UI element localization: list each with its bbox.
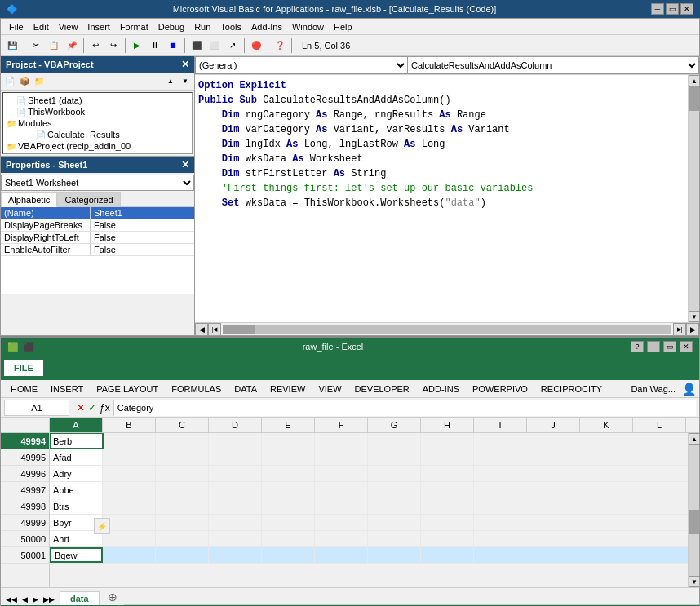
- row-num-50001[interactable]: 50001: [1, 547, 49, 564]
- tab-categorized[interactable]: Categorized: [57, 192, 120, 206]
- cell-g-50001[interactable]: [368, 547, 421, 563]
- row-num-49995[interactable]: 49995: [1, 449, 49, 466]
- quick-analysis-btn[interactable]: ⚡: [94, 518, 110, 534]
- tab-alphabetic[interactable]: Alphabetic: [1, 192, 57, 207]
- tree-calculate-results[interactable]: 📄 Calculate_Results: [34, 129, 190, 140]
- props-row-name[interactable]: (Name) Sheet1: [1, 207, 194, 219]
- props-row-enableautofilter[interactable]: EnableAutoFilter False: [1, 244, 194, 256]
- cell-c-49995[interactable]: [156, 449, 209, 465]
- cell-f-49998[interactable]: [315, 498, 368, 514]
- props-row-displayrighttoleft[interactable]: DisplayRightToLeft False: [1, 232, 194, 244]
- excel-vscrollbar[interactable]: ▲ ▼: [688, 433, 699, 587]
- cell-c-50000[interactable]: [156, 531, 209, 546]
- col-header-H[interactable]: H: [421, 418, 474, 432]
- tb-stepout-btn[interactable]: ↗: [224, 38, 241, 54]
- menu-insert[interactable]: Insert: [82, 21, 115, 33]
- cell-a-49994[interactable]: Berb: [50, 433, 103, 449]
- cell-e-49999[interactable]: [262, 515, 315, 530]
- cell-d-50001[interactable]: [209, 547, 262, 563]
- tb-cut-btn[interactable]: ✂: [28, 38, 44, 54]
- ribbon-tab-data[interactable]: DATA: [228, 383, 264, 396]
- cell-e-49995[interactable]: [262, 449, 315, 465]
- cell-b-49997[interactable]: [103, 482, 156, 498]
- cell-b-50001[interactable]: [103, 547, 156, 563]
- col-header-E[interactable]: E: [262, 418, 315, 432]
- tb-save-btn[interactable]: 💾: [4, 38, 20, 54]
- cell-b-50000[interactable]: [103, 531, 156, 546]
- project-view-object[interactable]: 📦: [17, 75, 32, 88]
- cell-e-50001[interactable]: [262, 547, 315, 563]
- cell-d-49994[interactable]: [209, 433, 262, 449]
- ribbon-tab-powerpivot[interactable]: POWERPIVO: [466, 383, 534, 396]
- cell-g-49999[interactable]: [368, 515, 421, 530]
- cell-g-50000[interactable]: [368, 531, 421, 546]
- cell-g-49995[interactable]: [368, 449, 421, 465]
- tree-modules[interactable]: 📁 Modules: [5, 117, 190, 129]
- ribbon-tab-formulas[interactable]: FORMULAS: [165, 383, 228, 396]
- tb-help-btn[interactable]: ❓: [272, 38, 288, 54]
- cell-e-49997[interactable]: [262, 482, 315, 498]
- cell-h-49996[interactable]: [421, 466, 474, 481]
- sheet-tab-left-btn[interactable]: ◀: [20, 594, 29, 605]
- vba-minimize-btn[interactable]: ─: [651, 3, 664, 15]
- ribbon-tab-insert[interactable]: INSERT: [44, 383, 90, 396]
- project-toggle-folders[interactable]: 📁: [32, 75, 47, 88]
- tree-vbaproject[interactable]: 📁 VBAProject (recip_addin_00: [5, 140, 190, 152]
- cell-b-49996[interactable]: [103, 466, 156, 481]
- properties-panel-close[interactable]: ✕: [181, 159, 189, 170]
- cell-h-49995[interactable]: [421, 449, 474, 465]
- excel-help-btn[interactable]: ?: [631, 341, 644, 352]
- cell-h-49998[interactable]: [421, 498, 474, 514]
- row-num-49997[interactable]: 49997: [1, 482, 49, 498]
- row-num-49994[interactable]: 49994: [1, 433, 49, 449]
- code-hscroll-left-btn[interactable]: ◀: [195, 323, 208, 336]
- tb-run-btn[interactable]: ▶: [129, 38, 145, 54]
- excel-close-btn[interactable]: ✕: [680, 341, 693, 352]
- cell-b-49995[interactable]: [103, 449, 156, 465]
- cell-c-49999[interactable]: [156, 515, 209, 530]
- cell-e-49998[interactable]: [262, 498, 315, 514]
- tb-copy-btn[interactable]: 📋: [46, 38, 62, 54]
- ribbon-tab-view[interactable]: VIEW: [312, 383, 348, 396]
- code-context-dropdown[interactable]: (General): [195, 56, 407, 74]
- excel-name-box[interactable]: [4, 400, 69, 416]
- excel-scroll-track[interactable]: [689, 445, 699, 576]
- code-scroll-up-btn[interactable]: ▲: [689, 75, 699, 86]
- code-vscrollbar[interactable]: ▲ ▼: [688, 75, 699, 322]
- code-scroll-down-btn[interactable]: ▼: [689, 311, 699, 322]
- menu-edit[interactable]: Edit: [29, 21, 54, 33]
- code-scroll-thumb[interactable]: [689, 86, 699, 111]
- tb-stop-btn[interactable]: ⏹: [165, 38, 181, 54]
- cell-g-49994[interactable]: [368, 433, 421, 449]
- col-header-I[interactable]: I: [474, 418, 527, 432]
- code-hscroll-thumb[interactable]: [223, 325, 255, 334]
- formula-confirm-icon[interactable]: ✓: [88, 402, 96, 414]
- tree-thisworkbook[interactable]: 📄 ThisWorkbook: [15, 106, 190, 117]
- excel-minimize-btn[interactable]: ─: [647, 341, 660, 352]
- cell-g-49998[interactable]: [368, 498, 421, 514]
- col-header-A[interactable]: A: [50, 418, 103, 432]
- sheet-tab-prev-btn[interactable]: ◀◀: [4, 594, 19, 605]
- cell-d-49998[interactable]: [209, 498, 262, 514]
- formula-function-icon[interactable]: ƒx: [100, 402, 110, 414]
- col-header-L[interactable]: L: [633, 418, 686, 432]
- project-scroll-up[interactable]: ▲: [163, 75, 178, 88]
- cell-e-50000[interactable]: [262, 531, 315, 546]
- formula-cancel-icon[interactable]: ✕: [77, 402, 85, 414]
- cell-c-49994[interactable]: [156, 433, 209, 449]
- code-hscroll-right2-btn[interactable]: ▶|: [673, 323, 686, 336]
- excel-formula-input[interactable]: [113, 400, 696, 416]
- cell-h-50001[interactable]: [421, 547, 474, 563]
- project-scroll-down[interactable]: ▼: [178, 75, 193, 88]
- cell-a-49996[interactable]: Adry: [50, 466, 103, 481]
- excel-scroll-thumb[interactable]: [689, 510, 699, 534]
- cell-d-49995[interactable]: [209, 449, 262, 465]
- tb-paste-btn[interactable]: 📌: [64, 38, 80, 54]
- vba-close-btn[interactable]: ✕: [680, 3, 693, 15]
- cell-c-49998[interactable]: [156, 498, 209, 514]
- cell-f-49994[interactable]: [315, 433, 368, 449]
- ribbon-tab-addins[interactable]: ADD-INS: [416, 383, 466, 396]
- ribbon-tab-developer[interactable]: DEVELOPER: [348, 383, 416, 396]
- cell-f-49996[interactable]: [315, 466, 368, 481]
- cell-b-49998[interactable]: [103, 498, 156, 514]
